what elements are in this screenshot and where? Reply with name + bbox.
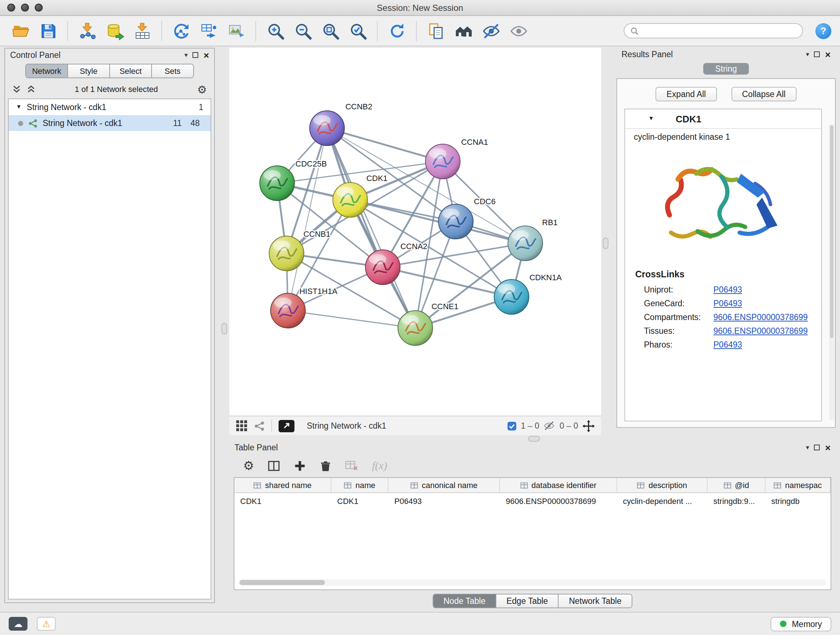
export-image-button[interactable] [224, 19, 248, 43]
crosslink-value-link[interactable]: P06493 [714, 299, 742, 308]
crosslink-value-link[interactable]: P06493 [714, 340, 742, 349]
network-edge[interactable] [350, 200, 525, 243]
column-header-description[interactable]: description [617, 478, 707, 492]
table-horizontal-scrollbar[interactable] [239, 579, 826, 586]
collapse-networks-icon[interactable] [12, 85, 21, 93]
hidden-eye-slash-icon[interactable] [544, 420, 555, 432]
open-session-button[interactable] [9, 19, 33, 43]
table-settings-gear-icon[interactable]: ⚙ [243, 460, 254, 472]
expand-all-button[interactable]: Expand All [656, 87, 717, 101]
network-node-CDKN1A[interactable]: CDKN1A [494, 273, 562, 314]
tab-edge-table[interactable]: Edge Table [496, 594, 559, 608]
search-box[interactable] [624, 23, 803, 38]
column-header-canonical-name[interactable]: canonical name [388, 478, 500, 492]
tab-select[interactable]: Select [110, 65, 152, 78]
results-scrollbar[interactable] [829, 124, 834, 420]
help-button[interactable]: ? [815, 23, 831, 39]
grid-view-icon[interactable] [236, 420, 248, 432]
column-header-shared-name[interactable]: shared name [234, 478, 332, 492]
panel-menu-icon[interactable]: ▾ [806, 444, 809, 451]
column-header--id[interactable]: @id [707, 478, 766, 492]
node-table-header-row: shared namenamecanonical namedatabase id… [234, 478, 831, 493]
crosslink-value-link[interactable]: 9606.ENSP00000378699 [714, 313, 808, 321]
tab-string[interactable]: String [704, 63, 748, 74]
window-zoom-button[interactable] [35, 4, 43, 11]
window-close-button[interactable] [7, 4, 15, 11]
zoom-in-button[interactable] [264, 19, 287, 43]
crosslink-value-link[interactable]: P06493 [714, 285, 742, 294]
cloud-status-button[interactable]: ☁ [9, 617, 27, 631]
network-edge[interactable] [327, 128, 415, 328]
network-view[interactable]: CCNB2CCNA1CDC25BCDK1CDC6RB1CCNB1CCNA2CDK… [229, 48, 601, 416]
import-network-database-button[interactable] [103, 19, 126, 43]
network-edge[interactable] [288, 310, 415, 328]
panel-close-icon[interactable]: × [825, 50, 831, 59]
tab-network[interactable]: Network [26, 65, 68, 78]
column-header-name[interactable]: name [332, 478, 388, 492]
refresh-view-button[interactable] [385, 19, 409, 43]
network-node-CCNA1[interactable]: CCNA1 [425, 138, 488, 179]
protein-description: cyclin-dependent kinase 1 [625, 129, 821, 143]
tab-sets[interactable]: Sets [152, 65, 193, 78]
hide-selected-button[interactable] [479, 19, 503, 43]
save-session-button[interactable] [36, 19, 60, 43]
network-row-selected[interactable]: String Network - cdk1 11 48 [9, 115, 210, 131]
table-row[interactable]: CDK1CDK1P064939606.ENSP00000378699cyclin… [234, 493, 831, 509]
panel-float-icon[interactable] [814, 445, 820, 450]
show-all-button[interactable] [507, 19, 531, 43]
tab-node-table[interactable]: Node Table [433, 594, 496, 608]
import-network-file-button[interactable] [75, 19, 99, 43]
network-canvas[interactable]: CCNB2CCNA1CDC25BCDK1CDC6RB1CCNB1CCNA2CDK… [229, 48, 601, 416]
network-node-CDC6[interactable]: CDC6 [439, 197, 496, 239]
scrollbar-thumb[interactable] [240, 580, 325, 585]
protein-collapse-icon[interactable]: ▼ [648, 116, 654, 122]
new-network-from-table-button[interactable] [197, 19, 221, 43]
column-header-namespac[interactable]: namespac [766, 478, 831, 492]
show-columns-icon[interactable] [268, 460, 280, 472]
network-glyph-icon[interactable] [254, 420, 265, 431]
warning-icon: ⚠ [42, 619, 50, 629]
birdseye-view-button[interactable] [452, 19, 475, 43]
panel-float-icon[interactable] [814, 51, 820, 57]
crosslink-value-link[interactable]: 9606.ENSP00000378699 [714, 326, 808, 335]
memory-button[interactable]: Memory [771, 616, 831, 631]
network-edge[interactable] [327, 128, 443, 162]
panel-menu-icon[interactable]: ▾ [806, 51, 809, 57]
tab-style[interactable]: Style [68, 65, 110, 78]
selected-checkbox-icon[interactable] [507, 421, 516, 431]
panel-close-icon[interactable]: × [204, 50, 209, 60]
panel-menu-icon[interactable]: ▾ [185, 52, 188, 58]
detach-view-button[interactable] [279, 420, 294, 432]
collapse-all-button[interactable]: Collapse All [731, 87, 796, 101]
search-input[interactable] [643, 27, 797, 35]
network-collection-row[interactable]: ▼ String Network - cdk1 1 [9, 99, 210, 115]
zoom-out-button[interactable] [291, 19, 315, 43]
add-column-icon[interactable] [294, 460, 306, 472]
copy-document-button[interactable] [424, 19, 448, 43]
import-table-button[interactable] [130, 19, 154, 43]
tab-network-table[interactable]: Network Table [559, 594, 632, 608]
network-node-RB1[interactable]: RB1 [508, 218, 557, 261]
new-network-button[interactable] [169, 19, 193, 43]
zoom-fit-button[interactable] [318, 19, 342, 43]
panel-close-icon[interactable]: × [825, 443, 831, 452]
panel-float-icon[interactable] [193, 52, 199, 58]
delete-column-icon[interactable] [320, 460, 332, 472]
node-table[interactable]: shared namenamecanonical namedatabase id… [234, 477, 831, 590]
network-node-CDK1[interactable]: CDK1 [333, 174, 387, 217]
zoom-selected-button[interactable] [346, 19, 370, 43]
network-edge[interactable] [288, 128, 327, 310]
protein-card-header[interactable]: ▼ CDK1 [625, 109, 821, 129]
window-minimize-button[interactable] [21, 4, 29, 11]
column-header-database-identifier[interactable]: database identifier [500, 478, 617, 492]
scrollbar-thumb[interactable] [830, 125, 834, 339]
splitter-grip-right[interactable] [603, 238, 608, 249]
network-node-HIST1H1A[interactable]: HIST1H1A [271, 287, 338, 328]
splitter-grip-bottom[interactable] [528, 436, 540, 442]
splitter-grip-left[interactable] [221, 323, 227, 334]
pan-crosshair-icon[interactable] [583, 420, 595, 432]
expand-networks-icon[interactable] [27, 85, 35, 93]
warnings-button[interactable]: ⚠ [37, 617, 56, 631]
network-options-gear-icon[interactable]: ⚙ [197, 84, 207, 95]
collection-expand-icon[interactable]: ▼ [16, 104, 22, 110]
